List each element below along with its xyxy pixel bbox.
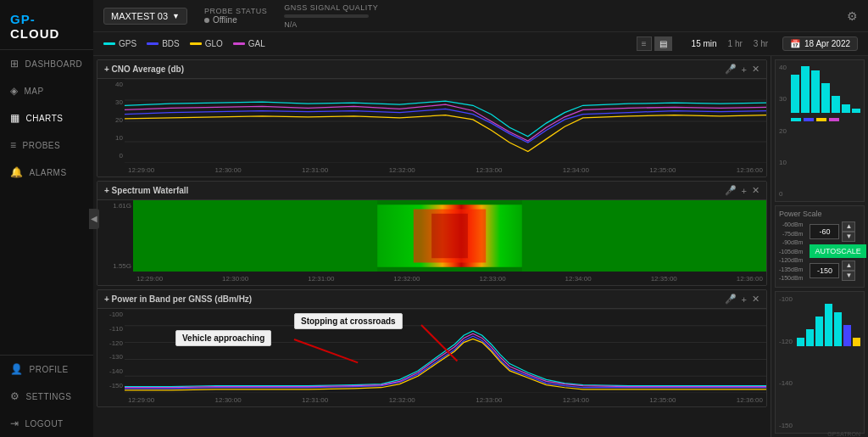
cno-chart-header: + CNO Average (db) 🎤 + ✕ [97,60,766,79]
watermark: GPSATRON [779,431,860,437]
band-hist-bar-1 [797,338,804,346]
view-grid-button[interactable]: ▤ [654,36,672,51]
waterfall-chart-body: 1.61G 1.55G [97,200,766,285]
logo-prefix: GP- [10,12,36,26]
main-content: MAXTEST 03 ▼ PROBE STATUS Offline GNSS S… [93,0,868,437]
power-bottom-input[interactable] [810,263,839,278]
autoscale-button[interactable]: AUTOSCALE [810,244,865,258]
settings-gear-button[interactable]: ⚙ [847,9,858,23]
sidebar-item-probes[interactable]: ≡ PROBES [0,132,93,159]
dashboard-icon: ⊞ [10,58,19,70]
band-chart-body: -100 -110 -120 -130 -140 -150 [97,309,766,406]
power-bottom-down-button[interactable]: ▼ [842,271,855,281]
cno-close-icon[interactable]: ✕ [752,64,760,75]
cno-add-icon[interactable]: + [742,64,747,75]
hist-bar-1 [791,75,799,113]
sidebar-label-probes: PROBES [23,141,61,150]
legend-gps-label: GPS [119,39,136,48]
swatch-gps [791,118,801,121]
sidebar-label-charts: CHARTS [26,114,64,123]
sidebar-item-settings[interactable]: ⚙ SETTINGS [0,383,93,410]
sidebar-item-dashboard[interactable]: ⊞ DASHBOARD [0,50,93,77]
power-top-down-button[interactable]: ▼ [842,232,855,242]
map-icon: ◈ [10,85,19,97]
app-logo: GP-CLOUD [0,0,93,49]
gal-color-icon [233,42,245,45]
dropdown-arrow-icon: ▼ [172,12,180,20]
sidebar-label-map: MAP [25,87,44,96]
legend-bds-label: BDS [162,39,180,48]
gnss-bar [284,14,369,18]
time-15min-button[interactable]: 15 min [687,37,721,50]
time-3hr-button[interactable]: 3 hr [749,37,772,50]
svg-rect-9 [431,214,468,259]
band-hist-bar-2 [806,329,814,346]
hist-bar-5 [832,96,840,113]
hist-bar-7 [852,109,860,113]
waterfall-add-icon[interactable]: + [742,186,747,196]
legend-bds: BDS [147,39,180,48]
legend-gal-label: GAL [248,39,265,48]
probe-selector[interactable]: MAXTEST 03 ▼ [103,8,187,25]
sidebar-item-logout[interactable]: ⇥ LOGOUT [0,410,93,437]
probes-icon: ≡ [10,139,17,151]
legend-glo-label: GLO [205,39,223,48]
waterfall-x-labels: 12:29:00 12:30:00 12:31:00 12:32:00 12:3… [133,272,766,285]
sidebar-item-charts[interactable]: ▦ CHARTS [0,104,93,132]
time-1hr-button[interactable]: 1 hr [724,37,747,50]
cno-y-labels: 40 30 20 10 0 [97,79,125,161]
band-add-icon[interactable]: + [742,294,747,305]
cno-x-labels: 12:29:00 12:30:00 12:31:00 12:32:00 12:3… [125,163,766,176]
band-mic-icon[interactable]: 🎤 [725,294,737,305]
band-close-icon[interactable]: ✕ [752,294,760,305]
bds-color-icon [147,42,159,45]
waterfall-close-icon[interactable]: ✕ [752,185,760,196]
power-scale-panel: Power Scale -60dBm -75dBm -90dBm -105dBm… [775,205,865,288]
vehicle-annotation: Vehicle approaching [175,330,271,346]
band-hist-bar-4 [825,304,832,346]
sidebar-item-map[interactable]: ◈ MAP [0,77,93,104]
swatch-gal [829,118,839,121]
power-bottom-stepper: ▲ ▼ [842,261,855,281]
cno-chart-panel: + CNO Average (db) 🎤 + ✕ 40 30 20 10 0 [97,59,767,177]
sidebar-label-alarms: ALARMS [30,168,67,177]
power-top-up-button[interactable]: ▲ [842,221,855,232]
sidebar-item-profile[interactable]: 👤 PROFILE [0,356,93,383]
sidebar: GP-CLOUD ⊞ DASHBOARD ◈ MAP ▦ CHARTS ≡ PR… [0,0,93,437]
sidebar-item-alarms[interactable]: 🔔 ALARMS [0,159,93,186]
svg-rect-11 [522,200,766,272]
cno-histogram-panel: 40 30 20 10 0 [775,59,865,202]
date-picker[interactable]: 📅 18 Apr 2022 [782,36,858,51]
gnss-group: GNSS SIGNAL QUALITY N/A [284,3,386,29]
cno-mic-icon[interactable]: 🎤 [725,64,737,75]
band-hist-bar-3 [815,317,823,346]
sidebar-toggle-button[interactable]: ◀ [89,209,99,229]
status-text: Offline [213,15,237,25]
waterfall-chart-title: + Spectrum Waterfall [104,186,188,195]
cno-chart-title: + CNO Average (db) [104,64,184,74]
calendar-icon: 📅 [790,39,800,48]
cno-hist-bars [791,64,860,115]
topbar: MAXTEST 03 ▼ PROBE STATUS Offline GNSS S… [93,0,868,32]
band-chart-header: + Power in Band per GNSS (dBm/Hz) 🎤 + ✕ [97,290,766,309]
content-area: + CNO Average (db) 🎤 + ✕ 40 30 20 10 0 [93,56,868,437]
waterfall-chart-plot [133,200,766,272]
power-top-stepper: ▲ ▼ [842,221,855,242]
band-y-labels: -100 -110 -120 -130 -140 -150 [97,309,125,391]
hist-bar-3 [811,70,820,113]
waterfall-mic-icon[interactable]: 🎤 [725,185,737,196]
cno-hist-y-labels: 40 30 20 10 0 [779,64,791,198]
band-x-labels: 12:29:00 12:30:00 12:31:00 12:32:00 12:3… [125,393,766,406]
status-offline: Offline [204,15,267,25]
band-hist-bar-6 [843,325,851,346]
gps-color-icon [103,42,115,45]
power-top-input[interactable] [810,224,839,239]
cno-chart-body: 40 30 20 10 0 [97,79,766,176]
power-bottom-up-button[interactable]: ▲ [842,261,855,271]
swatch-glo [816,118,826,121]
view-list-button[interactable]: ≡ [637,36,652,51]
band-histogram-panel: -100 -120 -140 -150 [775,291,865,434]
gnss-label: GNSS SIGNAL QUALITY [284,3,386,12]
sidebar-label-profile: PROFILE [30,365,69,374]
hist-color-swatches [791,118,860,121]
